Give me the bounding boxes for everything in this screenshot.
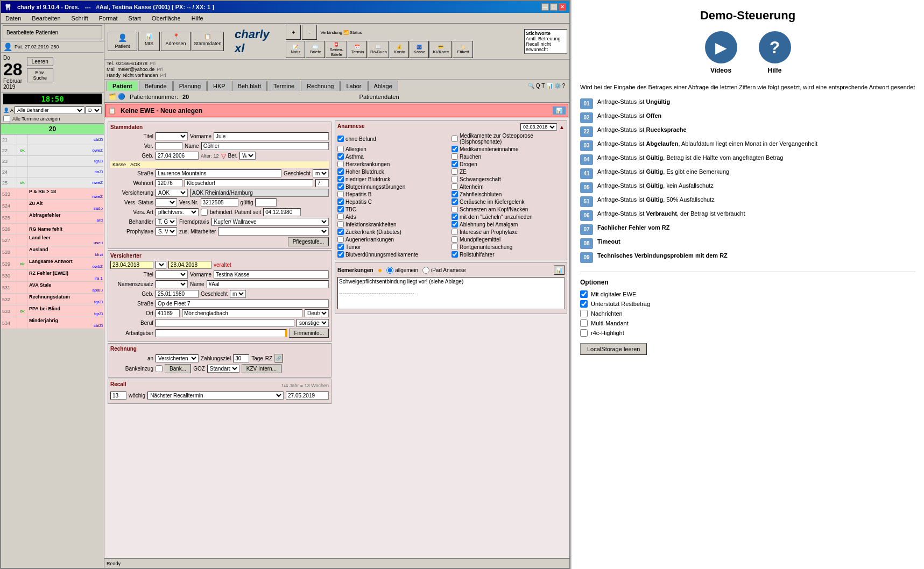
vers-ort-input[interactable] xyxy=(182,309,302,317)
schedule-item[interactable]: 529 ok Langsame Antwort owbZ xyxy=(1,258,104,270)
menu-format[interactable]: Format xyxy=(97,15,120,22)
demo-option-checkbox[interactable] xyxy=(580,329,588,337)
behandler-select-form[interactable]: T. G xyxy=(156,218,177,226)
ewe-chart-button[interactable]: 📊 xyxy=(553,106,566,115)
adressen-button[interactable]: 📍 Adressen xyxy=(161,32,191,51)
vers-name-input[interactable] xyxy=(207,280,329,288)
anamnese-checkbox[interactable] xyxy=(337,146,344,152)
bem-radio-allgemein[interactable] xyxy=(386,267,393,274)
tab-behblatt[interactable]: Beh.blatt xyxy=(232,81,267,91)
strasse-input[interactable] xyxy=(156,169,281,177)
anamnese-checkbox[interactable] xyxy=(337,221,344,227)
namenszusatz-select[interactable] xyxy=(156,280,188,288)
firmeninfo-button[interactable]: Firmeninfo... xyxy=(289,329,329,338)
anamnese-checkbox[interactable] xyxy=(452,161,458,167)
anamnese-checkbox[interactable] xyxy=(452,146,458,152)
anamnese-checkbox[interactable] xyxy=(452,221,458,227)
schedule-item[interactable]: 528 Ausland kfrzi xyxy=(1,246,104,258)
bank-button[interactable]: Bank... xyxy=(165,364,191,373)
menu-start[interactable]: Start xyxy=(126,15,143,22)
zahlungsziel-input[interactable] xyxy=(233,354,249,362)
beruf-select[interactable]: sonstiges xyxy=(297,319,329,327)
schedule-item[interactable]: 25 ok nweZ xyxy=(1,177,104,188)
name-input[interactable] xyxy=(201,142,329,150)
anamnese-checkbox[interactable] xyxy=(452,136,458,142)
schedule-item[interactable]: 525 Abfragefehler ard xyxy=(1,212,104,224)
zus-mitarbeiter-select[interactable] xyxy=(218,227,329,236)
d-select[interactable]: D xyxy=(86,106,102,114)
menu-hilfe[interactable]: Hilfe xyxy=(189,15,206,22)
pflegestufe-button[interactable]: Pflegestufe... xyxy=(288,237,329,246)
behindert-checkbox[interactable] xyxy=(201,209,208,216)
vers-plz-input[interactable] xyxy=(156,309,180,317)
anamnese-checkbox[interactable] xyxy=(452,198,458,205)
geschlecht-select[interactable]: m xyxy=(313,169,329,177)
termin-button[interactable]: 📅Termin xyxy=(348,41,367,58)
vers-strasse-input[interactable] xyxy=(156,300,329,308)
konto-button[interactable]: 💰Konto xyxy=(390,41,409,58)
leeren-button[interactable]: Leeren xyxy=(27,57,53,66)
schedule-item[interactable]: 527 Land leer use i xyxy=(1,234,104,246)
hilfe-icon[interactable]: ? xyxy=(759,31,791,63)
menu-schrift[interactable]: Schrift xyxy=(69,15,90,22)
ort-num-input[interactable] xyxy=(315,179,329,187)
patient-button[interactable]: 👤 Patient xyxy=(108,32,137,51)
videos-icon[interactable]: ▶ xyxy=(705,31,737,63)
anamnese-checkbox[interactable] xyxy=(337,251,344,258)
stammdaten-button[interactable]: 📋 Stammdaten xyxy=(192,32,224,51)
erw-suche-button[interactable]: Erw.Suche xyxy=(27,68,53,82)
tab-befunde[interactable]: Befunde xyxy=(139,81,173,91)
rechnung-an-select[interactable]: Versicherten xyxy=(156,354,199,362)
kasse-button[interactable]: 🏧Kasse xyxy=(410,41,429,58)
tab-hkp[interactable]: HKP xyxy=(207,81,231,91)
demo-option-checkbox[interactable] xyxy=(580,310,588,317)
beruf-input[interactable] xyxy=(156,319,294,327)
tab-patient[interactable]: Patient xyxy=(107,81,138,91)
gueltig-input[interactable] xyxy=(255,198,277,207)
anamnese-checkbox[interactable] xyxy=(337,191,344,197)
anamnese-checkbox[interactable] xyxy=(337,214,344,220)
prophylaxe-select[interactable]: S. V xyxy=(156,227,177,236)
schedule-item[interactable]: 533 ok PPA bei Blind tgrZi xyxy=(1,305,104,317)
videos-btn[interactable]: ▶ Videos xyxy=(705,31,737,74)
minimize-button[interactable]: — xyxy=(541,3,549,11)
ort-input[interactable] xyxy=(185,179,313,187)
rz-icon-button[interactable]: 🔗 xyxy=(274,354,283,362)
demo-option-checkbox[interactable] xyxy=(580,290,588,298)
schedule-item[interactable]: 531 AVA Stale apalu xyxy=(1,282,104,294)
anamnese-checkbox[interactable] xyxy=(337,236,344,243)
behandler-select[interactable]: Alle Behandler xyxy=(15,106,84,114)
tab-labor[interactable]: Labor xyxy=(340,81,367,91)
arbeitgeber-input[interactable] xyxy=(156,329,287,337)
ber-select[interactable]: Wi xyxy=(239,152,256,160)
anamnese-scroll-up[interactable]: ▲ xyxy=(559,124,565,130)
hilfe-btn[interactable]: ? Hilfe xyxy=(759,31,791,74)
maximize-button[interactable]: □ xyxy=(550,3,558,11)
anamnese-checkbox[interactable] xyxy=(452,206,458,212)
kvkarte-button[interactable]: 💳KVKarte xyxy=(429,41,452,58)
mis-button[interactable]: 📊 MIS xyxy=(138,32,160,51)
vers-status-select[interactable] xyxy=(156,198,177,207)
alle-termine-checkbox[interactable] xyxy=(3,115,10,122)
menu-oberflaeche[interactable]: Oberfläche xyxy=(150,15,183,22)
versicherung-select[interactable]: AOK xyxy=(156,189,188,197)
minus-button[interactable]: - xyxy=(302,25,317,40)
anamnese-checkbox[interactable] xyxy=(337,168,344,175)
anamnese-checkbox[interactable] xyxy=(452,214,458,220)
notiz-button[interactable]: 📝Notiz xyxy=(286,41,305,58)
menu-bearbeiten[interactable]: Bearbeiten xyxy=(30,15,62,22)
vers-nr-input[interactable] xyxy=(201,198,238,207)
anamnese-checkbox[interactable] xyxy=(337,206,344,212)
vers-date1-input[interactable] xyxy=(110,261,153,269)
vers-geschlecht-select[interactable]: m xyxy=(230,290,246,298)
tab-planung[interactable]: Planung xyxy=(173,81,207,91)
tab-rechnung[interactable]: Rechnung xyxy=(301,81,340,91)
bearbeitete-patienten-button[interactable]: Bearbeitete Patienten xyxy=(3,25,102,39)
anamnese-checkbox[interactable] xyxy=(452,229,458,235)
anamnese-checkbox[interactable] xyxy=(452,183,458,190)
anamnese-checkbox[interactable] xyxy=(337,153,344,160)
demo-option-checkbox[interactable] xyxy=(580,319,588,327)
schedule-item[interactable]: 24 rinZi xyxy=(1,167,104,177)
etikett-button[interactable]: 🏷️Etikett xyxy=(453,41,473,58)
versicherung-detail-input[interactable] xyxy=(190,189,329,197)
